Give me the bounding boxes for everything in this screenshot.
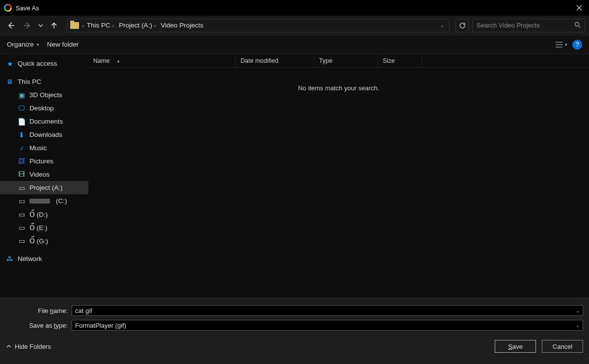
sidebar-drive-d[interactable]: ▭Ổ (D:) xyxy=(0,208,88,221)
col-size[interactable]: Size xyxy=(378,54,422,67)
drive-icon: ▭ xyxy=(18,197,26,205)
window-titlebar: Save As xyxy=(0,0,589,16)
back-button[interactable] xyxy=(4,19,18,32)
save-button[interactable]: Save xyxy=(495,340,536,353)
sidebar-network[interactable]: 🖧Network xyxy=(0,252,88,265)
videos-icon: 🎞 xyxy=(18,171,26,179)
svg-point-0 xyxy=(575,22,579,26)
crumb-project[interactable]: Project (A:)› xyxy=(117,19,158,32)
col-name[interactable]: Name▴ xyxy=(88,54,236,67)
sidebar-drive-g[interactable]: ▭Ổ (G:) xyxy=(0,234,88,247)
col-type[interactable]: Type xyxy=(314,54,378,67)
search-icon xyxy=(574,21,581,30)
help-button[interactable]: ? xyxy=(572,40,582,50)
network-icon: 🖧 xyxy=(6,255,14,263)
sidebar-documents[interactable]: 📄Documents xyxy=(0,115,88,128)
resize-grip[interactable]: ⋰ xyxy=(584,357,588,363)
filename-label: File name: xyxy=(6,307,68,314)
cube-icon: ▣ xyxy=(18,91,26,99)
sidebar-pictures[interactable]: 🖼Pictures xyxy=(0,155,88,168)
toolbar: Organize▾ New folder ▾ ? xyxy=(0,35,589,54)
folder-icon xyxy=(70,22,79,29)
sidebar-quick-access[interactable]: ★Quick access xyxy=(0,57,88,70)
view-options-button[interactable]: ▾ xyxy=(555,41,567,48)
close-button[interactable] xyxy=(569,0,589,16)
search-field[interactable] xyxy=(477,22,574,29)
crumb-video-projects[interactable]: Video Projects xyxy=(159,19,206,32)
chevron-down-icon[interactable]: ⌄ xyxy=(576,308,580,313)
sidebar-3d-objects[interactable]: ▣3D Objects xyxy=(0,88,88,102)
recent-locations-button[interactable] xyxy=(37,19,44,32)
chevron-right-icon: › xyxy=(82,23,84,28)
document-icon: 📄 xyxy=(18,118,26,126)
chevron-up-icon xyxy=(6,343,12,349)
drive-icon: ▭ xyxy=(18,237,26,245)
sidebar-music[interactable]: ♪Music xyxy=(0,141,88,155)
pictures-icon: 🖼 xyxy=(18,157,26,165)
column-headers: Name▴ Date modified Type Size xyxy=(88,54,589,68)
up-button[interactable] xyxy=(47,19,61,32)
forward-button[interactable] xyxy=(21,19,34,32)
chevron-down-icon: ▾ xyxy=(37,42,39,47)
filename-input[interactable]: cat gif ⌄ xyxy=(72,305,583,316)
crumb-this-pc[interactable]: This PC› xyxy=(85,19,116,32)
savetype-label: Save as type: xyxy=(6,322,68,329)
sidebar-this-pc[interactable]: 🖥This PC xyxy=(0,75,88,88)
organize-button[interactable]: Organize▾ xyxy=(7,41,39,48)
sidebar-downloads[interactable]: ⬇Downloads xyxy=(0,128,88,141)
refresh-button[interactable] xyxy=(455,19,469,32)
savetype-select[interactable]: FormatPlayer (gif) ⌄ xyxy=(72,320,583,331)
chevron-down-icon: ▾ xyxy=(565,42,567,47)
monitor-icon: 🖵 xyxy=(18,104,26,112)
nav-bar: › This PC› Project (A:)› Video Projects … xyxy=(0,16,589,35)
footer: File name: cat gif ⌄ Save as type: Forma… xyxy=(0,298,589,364)
download-icon: ⬇ xyxy=(18,131,26,139)
drive-icon: ▭ xyxy=(18,224,26,232)
drive-icon: ▭ xyxy=(18,184,26,192)
hide-folders-button[interactable]: Hide Folders xyxy=(6,343,51,350)
drive-icon: ▭ xyxy=(18,210,26,218)
window-title: Save As xyxy=(16,4,569,12)
col-date[interactable]: Date modified xyxy=(236,54,314,67)
star-icon: ★ xyxy=(6,60,14,68)
chevron-down-icon[interactable]: ⌄ xyxy=(440,23,444,28)
empty-message: No items match your search. xyxy=(88,68,589,298)
sidebar: ★Quick access 🖥This PC ▣3D Objects 🖵Desk… xyxy=(0,54,88,298)
sort-up-icon: ▴ xyxy=(117,58,120,63)
new-folder-button[interactable]: New folder xyxy=(47,41,79,48)
app-icon xyxy=(4,4,12,12)
breadcrumb[interactable]: › This PC› Project (A:)› Video Projects … xyxy=(67,19,450,32)
search-input[interactable] xyxy=(472,19,585,32)
pc-icon: 🖥 xyxy=(6,78,14,86)
content-area: Name▴ Date modified Type Size No items m… xyxy=(88,54,589,298)
sidebar-drive-c[interactable]: ▭(C:) xyxy=(0,194,88,208)
sidebar-drive-e[interactable]: ▭Ổ (E:) xyxy=(0,221,88,234)
cancel-button[interactable]: Cancel xyxy=(542,340,583,353)
chevron-down-icon[interactable]: ⌄ xyxy=(576,323,580,328)
sidebar-project-drive[interactable]: ▭Project (A:) xyxy=(0,181,88,194)
sidebar-desktop[interactable]: 🖵Desktop xyxy=(0,102,88,115)
music-icon: ♪ xyxy=(18,144,26,152)
sidebar-videos[interactable]: 🎞Videos xyxy=(0,168,88,181)
